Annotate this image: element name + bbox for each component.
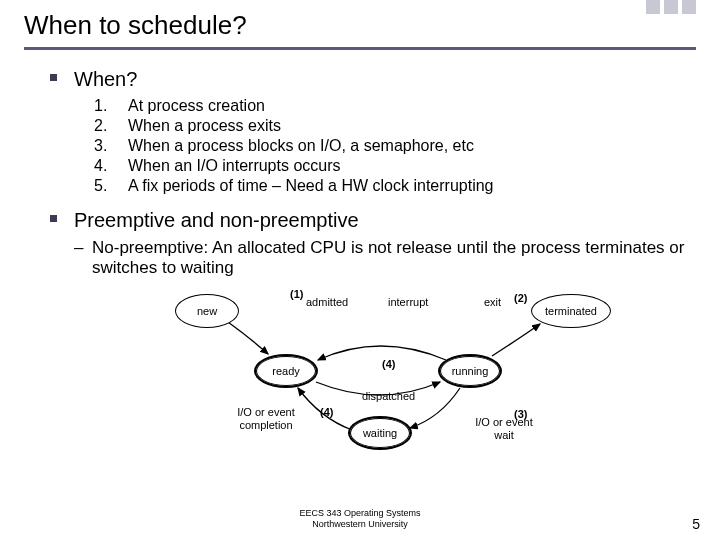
numbered-list: 1.At process creation 2.When a process e… — [94, 97, 690, 195]
list-num: 1. — [94, 97, 128, 115]
list-num: 5. — [94, 177, 128, 195]
node-terminated: terminated — [531, 294, 611, 328]
node-new: new — [175, 294, 239, 328]
edge-exit: exit — [484, 296, 501, 308]
nonpreemptive-text: No-preemptive: An allocated CPU is not r… — [92, 238, 690, 278]
bullet-when: When? — [74, 68, 137, 91]
bullet-preemptive: Preemptive and non-preemptive — [74, 209, 359, 232]
list-item: When a process exits — [128, 117, 281, 135]
edge-io-completion: I/O or event completion — [226, 406, 306, 431]
bullet-icon — [50, 215, 66, 231]
list-item: At process creation — [128, 97, 265, 115]
page-number: 5 — [692, 516, 700, 532]
list-num: 3. — [94, 137, 128, 155]
footer: EECS 343 Operating Systems Northwestern … — [0, 508, 720, 530]
list-item: When a process blocks on I/O, a semaphor… — [128, 137, 474, 155]
slide-title: When to schedule? — [24, 10, 696, 50]
edge-num-2: (2) — [514, 292, 527, 304]
edge-io-wait: I/O or event wait — [464, 416, 544, 441]
node-ready: ready — [254, 354, 318, 388]
node-waiting: waiting — [348, 416, 412, 450]
process-state-diagram: new terminated ready running waiting (1)… — [120, 288, 620, 468]
list-item: When an I/O interrupts occurs — [128, 157, 341, 175]
edge-num-1: (1) — [290, 288, 303, 300]
edge-interrupt: interrupt — [388, 296, 428, 308]
list-item: A fix periods of time – Need a HW clock … — [128, 177, 494, 195]
edge-num-4a: (4) — [382, 358, 395, 370]
list-num: 4. — [94, 157, 128, 175]
edge-num-4b: (4) — [320, 406, 333, 418]
decorative-squares — [646, 0, 696, 14]
footer-line-1: EECS 343 Operating Systems — [0, 508, 720, 519]
bullet-icon — [50, 74, 66, 90]
footer-line-2: Northwestern University — [0, 519, 720, 530]
dash-icon: – — [74, 238, 92, 278]
edge-dispatched: dispatched — [362, 390, 415, 402]
edge-admitted: admitted — [306, 296, 348, 308]
node-running: running — [438, 354, 502, 388]
list-num: 2. — [94, 117, 128, 135]
